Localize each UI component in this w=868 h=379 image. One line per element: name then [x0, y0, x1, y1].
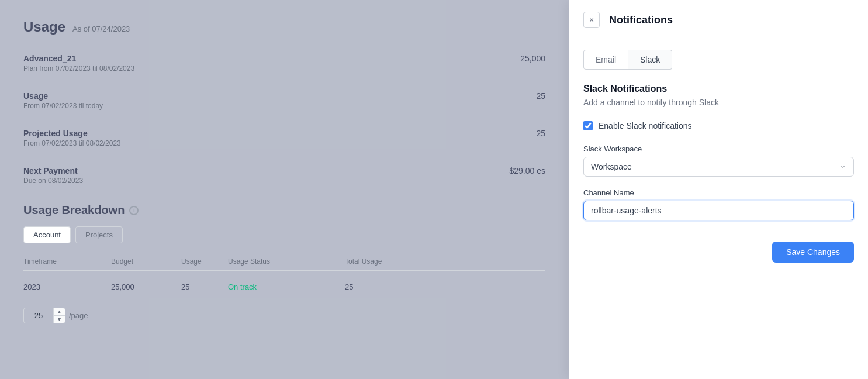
enable-slack-label: Enable Slack notifications: [599, 121, 692, 130]
billing-item-2: Projected Usage From 07/02/2023 til 08/0…: [23, 129, 545, 152]
tab-email[interactable]: Email: [583, 50, 628, 70]
workspace-field-group: Slack Workspace Workspace: [583, 144, 854, 177]
billing-sublabel-3: Due on 08/02/2023: [23, 177, 83, 185]
billing-label-3: Next Payment: [23, 166, 83, 175]
billing-value-3: $29.00 es: [510, 166, 546, 185]
enable-slack-row: Enable Slack notifications: [583, 121, 854, 130]
usage-date: As of 07/24/2023: [72, 25, 130, 33]
cell-total: 25: [345, 282, 415, 291]
left-panel: Usage As of 07/24/2023 Advanced_21 Plan …: [0, 0, 569, 379]
page-size-stepper[interactable]: 25 ▲ ▼: [23, 308, 65, 323]
col-usage: Usage: [181, 257, 228, 266]
enable-slack-checkbox[interactable]: [583, 121, 593, 130]
right-panel: × Notifications Email Slack Slack Notifi…: [569, 0, 868, 379]
usage-header: Usage As of 07/24/2023: [23, 19, 545, 35]
workspace-label: Slack Workspace: [583, 144, 854, 153]
billing-value-1: 25: [536, 91, 545, 110]
billing-item-0: Advanced_21 Plan from 07/02/2023 til 08/…: [23, 54, 545, 77]
billing-sublabel-1: From 07/02/2023 til today: [23, 102, 103, 110]
usage-title: Usage: [23, 19, 65, 35]
close-button[interactable]: ×: [583, 12, 600, 28]
panel-body: Slack Notifications Add a channel to not…: [569, 70, 868, 379]
billing-label-0: Advanced_21: [23, 54, 134, 63]
panel-header: × Notifications: [569, 0, 868, 40]
stepper-down-icon[interactable]: ▼: [54, 316, 65, 323]
cell-timeframe: 2023: [23, 282, 111, 291]
billing-item-1: Usage From 07/02/2023 til today 25: [23, 91, 545, 115]
col-timeframe: Timeframe: [23, 257, 111, 266]
breakdown-section-title: Usage Breakdown i: [23, 204, 545, 217]
info-icon: i: [129, 206, 139, 215]
table-header: Timeframe Budget Usage Usage Status Tota…: [23, 253, 545, 271]
billing-label-2: Projected Usage: [23, 129, 121, 138]
table-row: 2023 25,000 25 On track 25: [23, 275, 545, 298]
save-changes-button[interactable]: Save Changes: [772, 242, 854, 263]
billing-rows: Advanced_21 Plan from 07/02/2023 til 08/…: [23, 54, 545, 190]
tab-slack[interactable]: Slack: [628, 50, 672, 70]
billing-sublabel-2: From 07/02/2023 til 08/02/2023: [23, 139, 121, 147]
col-budget: Budget: [111, 257, 181, 266]
workspace-select[interactable]: Workspace: [583, 157, 854, 177]
panel-title: Notifications: [609, 14, 673, 26]
cell-status: On track: [228, 282, 345, 291]
billing-label-1: Usage: [23, 91, 103, 101]
tab-projects[interactable]: Projects: [75, 226, 123, 243]
billing-item-3: Next Payment Due on 08/02/2023 $29.00 es: [23, 166, 545, 190]
col-total: Total Usage: [345, 257, 415, 266]
channel-field-group: Channel Name: [583, 188, 854, 220]
pagination-row: 25 ▲ ▼ /page: [23, 308, 545, 323]
cell-usage: 25: [181, 282, 228, 291]
billing-value-2: 25: [536, 129, 545, 147]
stepper-up-icon[interactable]: ▲: [54, 308, 65, 316]
close-icon: ×: [589, 15, 594, 25]
channel-name-input[interactable]: [583, 201, 854, 220]
cell-budget: 25,000: [111, 282, 181, 291]
slack-section-title: Slack Notifications: [583, 84, 854, 94]
billing-value-0: 25,000: [520, 54, 545, 73]
channel-label: Channel Name: [583, 188, 854, 197]
tab-account[interactable]: Account: [23, 226, 71, 243]
page-size-value: 25: [24, 309, 53, 322]
notification-tabs: Email Slack: [569, 40, 868, 70]
billing-sublabel-0: Plan from 07/02/2023 til 08/02/2023: [23, 64, 134, 73]
slack-section-desc: Add a channel to notify through Slack: [583, 98, 854, 107]
page-label: /page: [69, 311, 88, 320]
col-status: Usage Status: [228, 257, 345, 266]
breakdown-tabs: Account Projects: [23, 226, 545, 243]
